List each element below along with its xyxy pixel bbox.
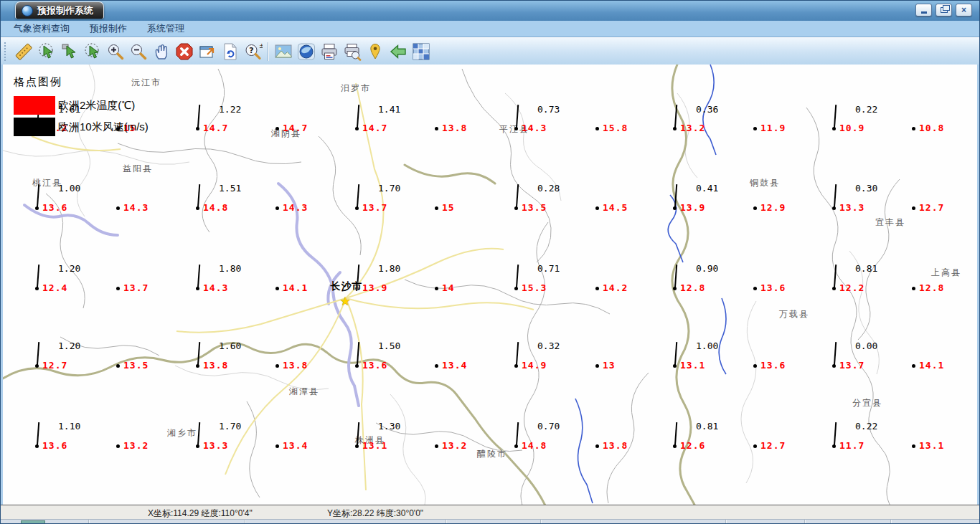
taskbar-item	[21, 520, 45, 524]
menu-system-management[interactable]: 系统管理	[140, 22, 192, 35]
back-arrow-icon[interactable]	[387, 41, 410, 62]
temperature-value: 10.9	[839, 123, 864, 133]
wind-speed-value: 1.70	[378, 183, 400, 194]
temperature-value: 13.6	[42, 202, 67, 213]
place-label: 宜丰县	[875, 216, 905, 229]
toolbar-grip	[4, 42, 8, 61]
app-title-tab: 预报制作系统	[15, 1, 104, 19]
status-y-coordinate: Y坐标:28.22 纬度:30°0'0"	[327, 508, 423, 520]
grid-point-dot	[275, 206, 279, 210]
toolbar: ?±	[1, 37, 979, 65]
grid-map-icon[interactable]	[410, 41, 433, 62]
wind-speed-value: 1.51	[219, 183, 241, 194]
temperature-value: 14.3	[203, 282, 228, 293]
zoom-in-icon[interactable]	[104, 41, 127, 62]
grid-point-dot	[116, 206, 120, 210]
grid-point-dot	[753, 364, 757, 368]
temperature-value: 12.7	[760, 440, 786, 451]
temperature-value: 13.1	[680, 360, 705, 371]
new-window-export-icon[interactable]	[196, 41, 219, 62]
close-icon: ×	[961, 6, 966, 14]
title-bar: 预报制作系统 ×	[1, 1, 979, 22]
globe-view-icon[interactable]	[295, 41, 318, 62]
temperature-value: 13.6	[760, 360, 786, 371]
status-x-coordinate: X坐标:114.29 经度:110°0'4"	[148, 508, 253, 520]
wind-speed-value: 0.90	[696, 263, 718, 274]
svg-text:±: ±	[259, 42, 263, 49]
wind-speed-value: 1.80	[219, 263, 241, 274]
grid-point-dot	[912, 127, 915, 130]
grid-point-dot	[912, 287, 915, 290]
temperature-value: 13.7	[123, 282, 149, 293]
menu-forecast-production[interactable]: 预报制作	[83, 22, 134, 35]
zoom-out-icon[interactable]	[127, 41, 150, 62]
close-button[interactable]: ×	[956, 4, 972, 16]
legend-label-wind: 欧洲10米风速(m/s)	[58, 120, 149, 134]
app-title: 预报制作系统	[37, 4, 93, 17]
wind-speed-value: 1.70	[219, 421, 241, 432]
temperature-value: 14.3	[522, 123, 547, 133]
temperature-value: 13.8	[283, 360, 308, 371]
grid-point-dot	[116, 287, 120, 290]
export-image-icon[interactable]	[272, 41, 295, 62]
window-frame-left	[1, 65, 3, 505]
temperature-value: 12.7	[42, 360, 67, 371]
menu-bar: 气象资料查询 预报制作 系统管理	[1, 21, 979, 37]
select-lasso-icon[interactable]	[35, 41, 58, 62]
wind-speed-value: 0.73	[537, 104, 560, 115]
grid-point-dot	[275, 287, 279, 290]
temperature-value: 13.8	[203, 360, 228, 371]
wind-speed-value: 1.20	[58, 263, 80, 274]
temperature-value: 12.6	[680, 440, 705, 451]
temperature-value: 14.3	[283, 202, 308, 213]
place-label: 醴陵市	[477, 448, 507, 460]
temperature-value: 14.3	[123, 202, 149, 213]
place-label: 湘乡市	[167, 427, 197, 439]
temperature-value: 13.1	[919, 440, 944, 451]
grid-point-dot	[275, 127, 279, 130]
identify-query-icon[interactable]: ?±	[242, 41, 265, 62]
minimize-button[interactable]	[915, 4, 932, 16]
restore-icon	[941, 7, 948, 13]
place-label: 汨罗市	[341, 82, 371, 95]
restore-button[interactable]	[936, 4, 952, 16]
pan-hand-icon[interactable]	[150, 41, 173, 62]
locate-pin-icon[interactable]	[364, 41, 387, 62]
status-bar: X坐标:114.29 经度:110°0'4" Y坐标:28.22 纬度:30°0…	[1, 505, 979, 520]
temperature-value: 11.9	[760, 123, 786, 133]
grid-point-dot	[435, 206, 438, 210]
refresh-page-icon[interactable]	[219, 41, 242, 62]
map-canvas[interactable]: 15.21.611514.71.2214.714.71.4113.814.30.…	[3, 65, 979, 505]
select-circle-icon[interactable]	[81, 41, 104, 62]
legend-item-temperature: 欧洲2米温度(℃)	[14, 95, 149, 116]
temperature-value: 13.8	[442, 123, 467, 133]
stop-icon[interactable]	[173, 41, 196, 62]
legend-item-wind: 欧洲10米风速(m/s)	[14, 116, 149, 138]
temperature-value: 14.1	[283, 282, 308, 293]
grid-point-dot	[753, 287, 757, 290]
wind-speed-value: 1.20	[58, 340, 80, 351]
grid-point-dot	[595, 206, 599, 210]
temperature-value: 13.7	[362, 202, 387, 213]
temperature-value: 13.4	[283, 440, 308, 451]
temperature-value: 14.7	[203, 123, 228, 133]
select-arrow-icon[interactable]	[58, 41, 81, 62]
measure-ruler-icon[interactable]	[12, 41, 35, 62]
wind-speed-value: 0.70	[537, 421, 560, 432]
wind-speed-value: 1.50	[378, 340, 400, 351]
grid-legend: 格点图例 欧洲2米温度(℃) 欧洲10米风速(m/s)	[14, 75, 149, 138]
grid-point-dot	[595, 444, 599, 448]
menu-weather-data-query[interactable]: 气象资料查询	[6, 22, 77, 35]
wind-speed-value: 1.30	[378, 421, 400, 432]
print-preview-icon[interactable]	[341, 41, 364, 62]
temperature-value: 12.8	[680, 282, 705, 293]
app-window: { "window": { "title": "预报制作系统", "contro…	[0, 0, 980, 524]
wind-speed-value: 1.41	[378, 104, 400, 115]
wind-speed-value: 0.28	[537, 183, 560, 194]
temperature-value: 12.4	[42, 282, 67, 293]
print-icon[interactable]	[318, 41, 341, 62]
wind-speed-value: 1.00	[58, 183, 80, 194]
temperature-value: 14.8	[522, 440, 547, 451]
temperature-value: 14.2	[603, 282, 628, 293]
grid-point-dot	[435, 287, 438, 290]
